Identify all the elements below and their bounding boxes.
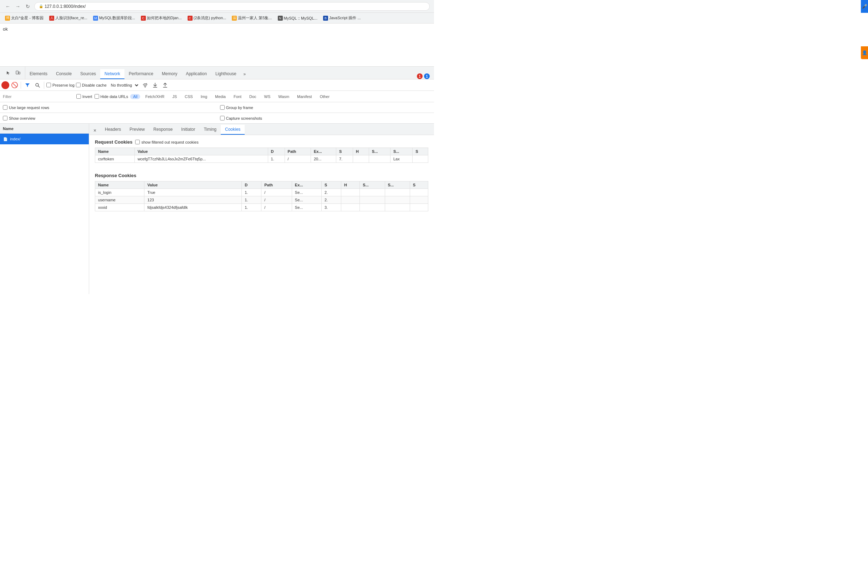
invert-checkbox[interactable] — [76, 94, 81, 99]
address-bar[interactable]: 🔒 127.0.0.1:8000/index/ — [34, 2, 430, 11]
res-col-h: H — [341, 181, 359, 189]
show-filtered-checkbox[interactable] — [135, 140, 140, 144]
filter-other-button[interactable]: Other — [317, 94, 333, 99]
filter-manifest-button[interactable]: Manifest — [294, 94, 315, 99]
tab-response[interactable]: Response — [149, 125, 177, 135]
preserve-log-checkbox[interactable] — [46, 83, 51, 87]
invert-label[interactable]: Invert — [76, 94, 92, 99]
bookmark-js[interactable]: B JavaScript 插件 ... — [321, 15, 363, 21]
res-username-value: 123 — [145, 196, 242, 204]
disable-cache-checkbox[interactable] — [76, 83, 81, 87]
req-csrftoken-s4 — [413, 155, 428, 163]
options-left-2: Show overview — [3, 116, 214, 121]
req-col-path: Path — [285, 148, 311, 155]
request-item-index[interactable]: 📄 index/ — [0, 134, 89, 144]
filter-all-button[interactable]: All — [130, 94, 140, 99]
tab-lighthouse[interactable]: Lighthouse — [211, 69, 241, 79]
bookmark-face[interactable]: 人 人脸识别face_re... — [47, 15, 90, 21]
tab-preview[interactable]: Preview — [125, 125, 149, 135]
filter-js-button[interactable]: JS — [170, 94, 180, 99]
tab-memory[interactable]: Memory — [158, 69, 182, 79]
response-cookie-row-is-login[interactable]: is_login True 1. / Se... 2. — [95, 189, 428, 196]
tab-console[interactable]: Console — [52, 69, 76, 79]
response-cookie-row-xxxid[interactable]: xxxid fdjsalkfdjs4324dfjsafdlk 1. / Se..… — [95, 204, 428, 211]
show-overview-checkbox[interactable] — [3, 116, 7, 121]
tab-sources[interactable]: Sources — [76, 69, 100, 79]
filter-ws-button[interactable]: WS — [261, 94, 273, 99]
filter-media-button[interactable]: Media — [212, 94, 229, 99]
filter-wasm-button[interactable]: Wasm — [275, 94, 292, 99]
filter-img-button[interactable]: Img — [198, 94, 210, 99]
cursor-tool-button[interactable] — [4, 69, 13, 77]
svg-line-3 — [38, 86, 40, 87]
bookmark-django[interactable]: C 如何把本地的Djan... — [139, 15, 184, 21]
show-filtered-label[interactable]: show filtered out request cookies — [135, 140, 198, 144]
bookmark-python[interactable]: C (2条消息) python... — [185, 15, 229, 21]
filter-css-button[interactable]: CSS — [182, 94, 196, 99]
refresh-button[interactable]: ↻ — [24, 3, 31, 10]
filter-fetchxhr-button[interactable]: Fetch/XHR — [142, 94, 167, 99]
back-button[interactable]: ← — [4, 3, 12, 10]
tab-application[interactable]: Application — [182, 69, 211, 79]
tab-cookies[interactable]: Cookies — [221, 125, 245, 135]
bookmark-icon-js: B — [323, 16, 328, 21]
bookmark-mysql2[interactable]: N MySQL :: MySQL... — [276, 15, 320, 21]
disable-cache-label[interactable]: Disable cache — [76, 83, 106, 87]
large-rows-label[interactable]: Use large request rows — [3, 105, 49, 110]
tab-initiator[interactable]: Initiator — [177, 125, 199, 135]
capture-screenshots-checkbox[interactable] — [220, 116, 225, 121]
svg-rect-0 — [16, 71, 18, 74]
filter-doc-button[interactable]: Doc — [247, 94, 259, 99]
request-item-name: index/ — [10, 137, 20, 141]
group-by-frame-checkbox[interactable] — [220, 105, 225, 110]
main-area: Name 📄 index/ × Headers Preview Response… — [0, 124, 434, 294]
record-button[interactable] — [1, 81, 9, 89]
response-cookie-row-username[interactable]: username 123 1. / Se... 2. — [95, 196, 428, 204]
res-username-h — [341, 196, 359, 204]
export-button[interactable] — [161, 81, 170, 90]
info-badge[interactable]: 1 — [424, 74, 430, 79]
hide-data-urls-checkbox[interactable] — [94, 94, 99, 99]
hide-data-urls-label[interactable]: Hide data URLs — [94, 94, 128, 99]
tab-more[interactable]: » — [241, 69, 249, 79]
import-button[interactable] — [151, 81, 159, 90]
forward-button[interactable]: → — [14, 3, 21, 10]
error-badge[interactable]: 1 — [417, 74, 422, 79]
close-detail-button[interactable]: × — [91, 126, 99, 135]
tab-network[interactable]: Network — [100, 69, 124, 79]
bookmark-label-mysql: MySQL数据库阶段... — [99, 15, 135, 21]
large-rows-checkbox[interactable] — [3, 105, 7, 110]
tab-timing[interactable]: Timing — [199, 125, 221, 135]
res-col-s: S — [321, 181, 341, 189]
bookmark-mysql[interactable]: M MySQL数据库阶段... — [91, 15, 137, 21]
req-csrftoken-value: wcefgT7czNbJLL4soJx2mZFe6Ttq5p... — [134, 155, 268, 163]
group-by-frame-label[interactable]: Group by frame — [220, 105, 253, 110]
network-toolbar: 🚫 Preserve log Disable cache No throttli… — [0, 80, 434, 91]
req-csrftoken-s: 7. — [336, 155, 353, 163]
res-is-login-path: / — [261, 189, 292, 196]
wifi-icon-button[interactable] — [141, 81, 149, 90]
device-tool-button[interactable] — [13, 69, 22, 77]
filter-button[interactable] — [23, 81, 32, 90]
options-right-2: Capture screenshots — [220, 116, 431, 121]
show-overview-label[interactable]: Show overview — [3, 116, 35, 121]
throttle-select[interactable]: No throttling — [108, 82, 139, 88]
show-filtered-text: show filtered out request cookies — [141, 140, 198, 144]
request-cookie-row-csrftoken[interactable]: csrftoken wcefgT7czNbJLL4soJx2mZFe6Ttq5p… — [95, 155, 428, 163]
clear-button[interactable]: 🚫 — [11, 81, 19, 89]
response-cookies-section: Response Cookies Name Value D Path Ex...… — [89, 169, 434, 211]
bookmark-icon-face: 人 — [49, 16, 54, 21]
options-bar-2: Show overview Capture screenshots — [0, 113, 434, 124]
bookmark-taibai[interactable]: 博 太白*金星 - 博客园 — [3, 15, 46, 21]
filter-font-button[interactable]: Font — [231, 94, 244, 99]
preserve-log-label[interactable]: Preserve log — [46, 83, 75, 87]
filter-input[interactable] — [3, 94, 74, 99]
tab-elements[interactable]: Elements — [25, 69, 52, 79]
search-button[interactable] — [33, 81, 42, 90]
tab-performance[interactable]: Performance — [124, 69, 158, 79]
bookmark-wenzhou[interactable]: 温 温州一家人 第5集... — [230, 15, 274, 21]
capture-screenshots-label[interactable]: Capture screenshots — [220, 116, 263, 121]
preserve-log-text: Preserve log — [52, 83, 75, 87]
res-is-login-name: is_login — [95, 189, 145, 196]
tab-headers[interactable]: Headers — [100, 125, 125, 135]
